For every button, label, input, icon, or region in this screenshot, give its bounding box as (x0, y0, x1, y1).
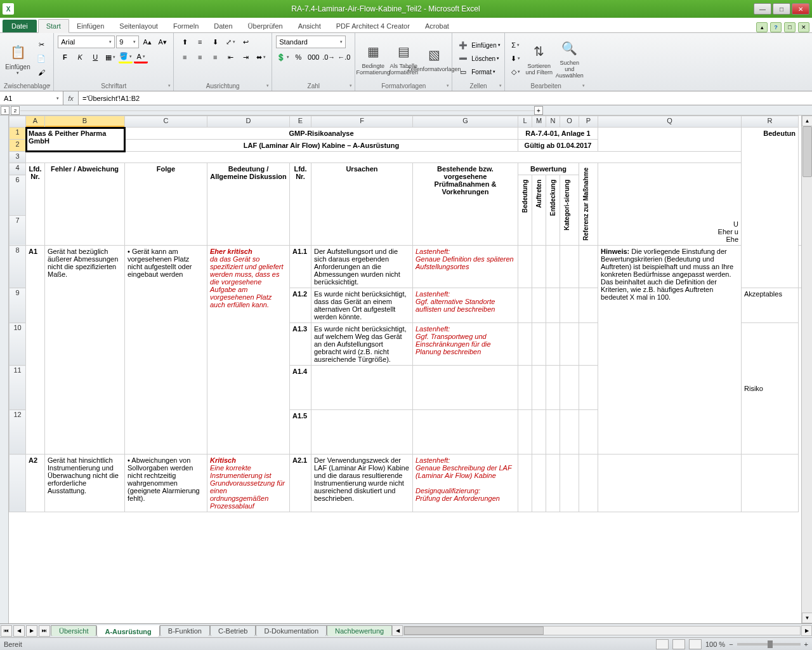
outline-level-2[interactable]: 2 (11, 106, 20, 115)
thousands-button[interactable]: 000 (306, 51, 320, 63)
dec-decimal[interactable]: ←.0 (337, 51, 351, 63)
cell-a2-fehler[interactable]: Gerät hat hinsichtlich Instrumentierung … (45, 454, 125, 512)
bold-button[interactable]: F (58, 51, 72, 63)
font-size-select[interactable]: 9 (116, 36, 139, 48)
fill-button[interactable]: ⬇ (509, 52, 523, 65)
cell-a2-nr[interactable]: A2 (26, 454, 45, 512)
find-select-button[interactable]: 🔍Suchen und Auswählen (556, 37, 584, 79)
col-N[interactable]: N (546, 116, 560, 128)
tab-data[interactable]: Daten (206, 20, 240, 32)
grow-font-button[interactable]: A▴ (140, 36, 154, 48)
maximize-button[interactable]: □ (773, 3, 790, 15)
row-7[interactable]: 7 (10, 215, 26, 246)
align-center[interactable]: ≡ (193, 51, 207, 63)
view-normal[interactable] (656, 639, 669, 649)
scroll-thumb-h[interactable] (404, 627, 544, 635)
align-middle[interactable]: ≡ (193, 36, 207, 48)
sheet-tab-uebersicht[interactable]: Übersicht (51, 625, 96, 636)
row-8[interactable]: 8 (10, 246, 26, 288)
outline-expand[interactable]: + (534, 106, 543, 115)
hdr-folge[interactable]: Folge (125, 163, 207, 246)
window-restore-icon[interactable]: □ (784, 22, 796, 32)
risk-red[interactable]: Risiko (742, 323, 799, 454)
cell-a21-best[interactable]: Lastenheft:Genaue Beschreibung der LAF (… (413, 454, 518, 512)
hdr-bew[interactable]: Bewertung (518, 163, 579, 175)
row-12[interactable]: 12 (10, 410, 26, 454)
cell-a13-nr[interactable]: A1.3 (290, 323, 311, 366)
cell-valid[interactable]: Gültig ab 01.04.2017 (518, 140, 598, 152)
risk-yellow[interactable]: Akzeptables (742, 288, 799, 323)
row-3[interactable]: 3 (10, 152, 26, 163)
window-close-icon[interactable]: ✕ (798, 22, 809, 32)
cell-a21-nr[interactable]: A2.1 (290, 454, 311, 512)
format-painter-button[interactable]: 🖌 (34, 66, 48, 79)
view-page-break[interactable] (689, 639, 702, 649)
cell-bedeutung-header[interactable]: Bedeutun (742, 128, 799, 288)
col-F[interactable]: F (311, 116, 413, 128)
hdr-lfd2[interactable]: Lfd. Nr. (290, 163, 311, 246)
paste-button[interactable]: 📋Einfügen▾ (4, 37, 32, 79)
cell-a1-nr[interactable]: A1 (26, 246, 45, 454)
delete-cells[interactable]: ➖Löschen▾ (456, 52, 500, 65)
formula-input[interactable]: ='Übersicht'!A1:B2 (79, 91, 812, 105)
indent-dec[interactable]: ⇤ (223, 51, 237, 63)
tab-formulas[interactable]: Formeln (166, 20, 206, 32)
horizontal-scrollbar[interactable]: ◀ ▶ (392, 625, 812, 636)
sheet-tab-ausruestung[interactable]: A-Ausrüstung (96, 625, 159, 637)
cell-a1-fehler[interactable]: Gerät hat bezüglich äußerer Abmessungen … (45, 246, 125, 454)
row-4[interactable]: 4 (10, 163, 26, 175)
hdr-M[interactable]: Auftreten (535, 177, 543, 210)
scroll-left[interactable]: ◀ (392, 625, 403, 636)
insert-cells[interactable]: ➕Einfügen▾ (456, 39, 500, 51)
ribbon-minimize-icon[interactable]: ▴ (756, 22, 768, 32)
format-cells[interactable]: ▭Format▾ (456, 65, 500, 78)
sheet-tab-dokumentation[interactable]: D-Dokumentation (256, 625, 327, 636)
cell-hinweis[interactable]: Hinweis: Die vorliegende Einstufung der … (598, 246, 742, 454)
tab-acrobat[interactable]: Acrobat (417, 20, 457, 32)
cell-a1-bed[interactable]: Eher kritischda das Gerät so spezifizier… (207, 246, 290, 454)
tab-review[interactable]: Überprüfen (240, 20, 291, 32)
format-table-button[interactable]: ▤Als Tabelle formatieren (390, 37, 417, 79)
cell-a2-bed[interactable]: KritischEine korrekte Instrumentierung i… (207, 454, 290, 512)
vertical-scrollbar[interactable]: ▲ ▼ (801, 116, 812, 623)
minimize-button[interactable]: — (754, 3, 771, 15)
cell-docid[interactable]: RA-7.4-01, Anlage 1 (518, 128, 598, 140)
zoom-in[interactable]: + (804, 640, 808, 648)
shrink-font-button[interactable]: A▾ (155, 36, 169, 48)
align-left[interactable]: ≡ (178, 51, 192, 63)
cell-a15-nr[interactable]: A1.5 (290, 410, 311, 454)
tab-pdf[interactable]: PDF Architect 4 Creator (329, 20, 417, 32)
hdr-best[interactable]: Bestehende bzw. vorgesehene Prüfmaßnahme… (413, 163, 518, 246)
tab-start[interactable]: Start (38, 19, 69, 33)
copy-button[interactable]: 📄 (34, 52, 48, 65)
row-10[interactable]: 10 (10, 323, 26, 366)
hdr-lfd[interactable]: Lfd. Nr. (26, 163, 45, 246)
autosum-button[interactable]: Σ (509, 39, 523, 51)
hdr-urs[interactable]: Ursachen (311, 163, 413, 246)
col-A[interactable]: A (26, 116, 45, 128)
scroll-right[interactable]: ▶ (801, 625, 812, 636)
file-tab[interactable]: Datei (3, 20, 37, 32)
hdr-L[interactable]: Bedeutung (521, 177, 529, 215)
cell-a12-best[interactable]: Lastenheft:Ggf. alternative Standorte au… (413, 288, 518, 323)
col-G[interactable]: G (413, 116, 518, 128)
hdr-O[interactable]: Kategori-sierung (563, 177, 571, 233)
font-name-select[interactable]: Arial (58, 36, 115, 48)
cell-title2[interactable]: LAF (Laminar Air Flow) Kabine – A-Ausrüs… (125, 140, 518, 152)
tab-insert[interactable]: Einfügen (69, 20, 112, 32)
tab-nav-last[interactable]: ⏭ (39, 625, 50, 637)
hscroll-track[interactable] (403, 626, 801, 635)
underline-button[interactable]: U (88, 51, 102, 63)
merge-button[interactable]: ⬌ (254, 51, 268, 63)
align-right[interactable]: ≡ (208, 51, 222, 63)
tab-view[interactable]: Ansicht (291, 20, 329, 32)
hdr-fehler[interactable]: Fehler / Abweichung (45, 163, 125, 246)
col-C[interactable]: C (125, 116, 207, 128)
fx-icon[interactable]: fx (63, 91, 79, 105)
cell-company[interactable]: Maas & Peither Pharma GmbH (26, 128, 125, 152)
currency-button[interactable]: 💲 (276, 51, 290, 63)
cell-a11-nr[interactable]: A1.1 (290, 246, 311, 288)
cell-a2-folge[interactable]: • Abweichungen von Sollvorgaben werden n… (125, 454, 207, 512)
row-13[interactable] (10, 454, 26, 512)
cell-a1-folge[interactable]: • Gerät kann am vorgesehenen Platz nicht… (125, 246, 207, 454)
